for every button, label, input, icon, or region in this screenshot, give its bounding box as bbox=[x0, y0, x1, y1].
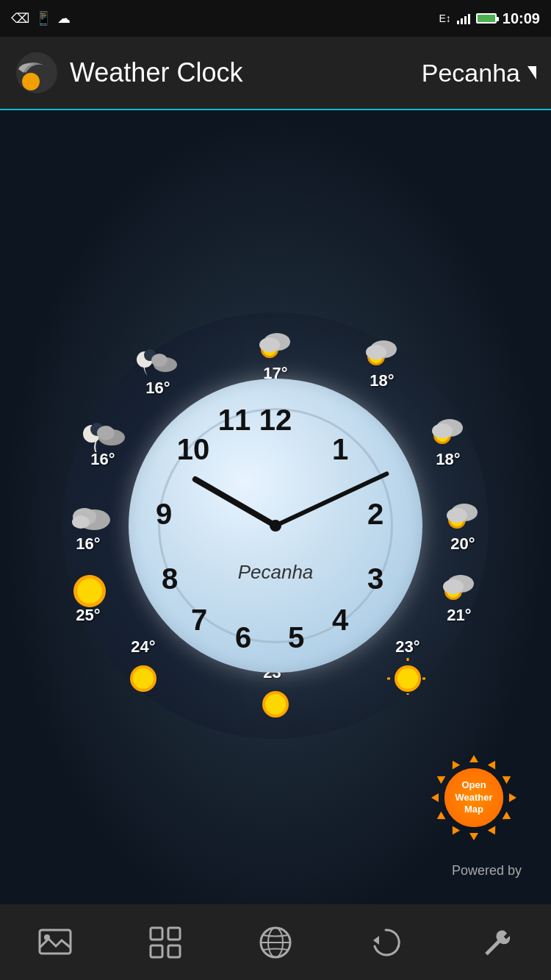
weather-icon-pc2 bbox=[360, 333, 404, 370]
temp-right-upper: 18° bbox=[436, 450, 460, 469]
weather-icon-pc bbox=[253, 326, 298, 362]
temp-right-lower: 21° bbox=[447, 606, 471, 625]
nav-refresh[interactable] bbox=[349, 917, 422, 968]
weather-item-left: 16° bbox=[66, 496, 110, 554]
svg-rect-63 bbox=[151, 945, 162, 957]
svg-marker-51 bbox=[469, 833, 478, 840]
clock-outer-ring: 17° 18° bbox=[62, 312, 489, 739]
status-right: E↕ 10:09 bbox=[439, 10, 541, 27]
nav-wallpaper[interactable] bbox=[18, 917, 92, 968]
status-bar: ⌫ 📱 ☁ E↕ 10:09 bbox=[0, 0, 551, 37]
temp-left: 16° bbox=[76, 534, 100, 554]
owm-circle[interactable]: OpenWeatherMap bbox=[444, 768, 503, 827]
battery-icon bbox=[476, 13, 497, 24]
weather-item-top-left: 16° bbox=[136, 340, 180, 398]
svg-marker-50 bbox=[488, 826, 499, 837]
app-location: Pecanha bbox=[422, 59, 520, 87]
app-bar: Weather Clock Pecanha bbox=[0, 37, 551, 110]
weather-item-bottom-left: 24° bbox=[121, 637, 165, 695]
clock-6: 6 bbox=[235, 621, 251, 654]
svg-marker-68 bbox=[373, 936, 379, 945]
weather-icon-cloudy1 bbox=[66, 496, 110, 533]
status-time: 10:09 bbox=[503, 10, 540, 27]
svg-marker-53 bbox=[435, 812, 446, 823]
owm-button[interactable]: OpenWeatherMap bbox=[426, 750, 522, 845]
clock-1: 1 bbox=[332, 433, 348, 466]
svg-marker-48 bbox=[509, 793, 516, 802]
weather-icon-sunny2 bbox=[386, 658, 430, 695]
usb-icon: ⌫ bbox=[11, 10, 29, 26]
grid-icon bbox=[147, 924, 184, 961]
powered-by: Powered by bbox=[452, 863, 522, 879]
weather-icon-sunny3 bbox=[253, 684, 298, 720]
dropdown-arrow[interactable] bbox=[527, 66, 536, 79]
clock-4: 4 bbox=[332, 604, 348, 637]
svg-rect-61 bbox=[151, 928, 162, 940]
weather-item-left-upper: 16° bbox=[81, 412, 125, 469]
svg-marker-52 bbox=[449, 826, 460, 837]
temp-left-lower: 25° bbox=[76, 606, 100, 625]
bottom-nav bbox=[0, 904, 551, 980]
globe-icon bbox=[257, 924, 294, 961]
svg-point-13 bbox=[432, 423, 453, 438]
weather-item-top-right1: 18° bbox=[360, 333, 404, 390]
phone-icon: 📱 bbox=[35, 10, 51, 26]
svg-point-36 bbox=[72, 515, 90, 529]
svg-rect-62 bbox=[168, 928, 180, 940]
weather-item-left-lower: 25° bbox=[66, 568, 110, 625]
svg-point-21 bbox=[443, 579, 464, 594]
signal-bars bbox=[457, 12, 470, 24]
weather-icon-sunny5 bbox=[66, 568, 110, 604]
weather-item-bottom-right: 23° bbox=[386, 637, 430, 695]
temp-left-upper: 16° bbox=[90, 450, 115, 469]
svg-point-40 bbox=[97, 426, 115, 440]
svg-point-33 bbox=[77, 579, 102, 604]
weather-icon-sunny1 bbox=[426, 412, 470, 448]
weather-icon-pc4 bbox=[437, 568, 481, 604]
temp-bottom-left: 24° bbox=[131, 637, 155, 657]
network-type: E↕ bbox=[439, 12, 451, 24]
nav-widgets[interactable] bbox=[129, 917, 202, 968]
clock-9: 9 bbox=[156, 498, 172, 531]
clock-3: 3 bbox=[367, 562, 383, 595]
svg-marker-47 bbox=[503, 773, 514, 784]
app-logo bbox=[15, 51, 59, 95]
svg-point-5 bbox=[259, 337, 280, 352]
temp-top-left: 16° bbox=[145, 379, 170, 398]
clock-12: 12 bbox=[259, 404, 292, 437]
clock-city-label: Pecanha bbox=[238, 561, 314, 584]
clock-8: 8 bbox=[162, 562, 178, 595]
clock-5: 5 bbox=[288, 621, 304, 654]
clock-face[interactable]: 12 1 2 3 4 5 6 7 8 9 10 11 Pecanha bbox=[129, 379, 422, 673]
nav-globe[interactable] bbox=[239, 917, 312, 968]
svg-point-1 bbox=[22, 73, 40, 90]
svg-marker-55 bbox=[435, 773, 446, 784]
svg-marker-56 bbox=[449, 759, 460, 770]
clock-11: 11 bbox=[218, 404, 251, 437]
cloud-icon: ☁ bbox=[57, 10, 71, 26]
refresh-icon bbox=[367, 924, 404, 961]
svg-point-44 bbox=[151, 354, 168, 367]
temp-bottom-right: 23° bbox=[395, 637, 419, 657]
svg-point-17 bbox=[447, 508, 467, 523]
clock-center-dot bbox=[270, 520, 281, 532]
weather-icon-pc3 bbox=[441, 496, 485, 533]
svg-point-29 bbox=[265, 694, 286, 715]
svg-marker-46 bbox=[488, 759, 499, 770]
clock-2: 2 bbox=[367, 498, 383, 531]
clock-10: 10 bbox=[177, 433, 210, 466]
weather-item-right: 20° bbox=[441, 496, 485, 554]
wrench-icon bbox=[478, 924, 514, 961]
weather-item-top: 17° bbox=[253, 326, 298, 383]
status-left: ⌫ 📱 ☁ bbox=[11, 10, 71, 26]
svg-point-31 bbox=[133, 668, 154, 689]
nav-settings[interactable] bbox=[459, 917, 533, 968]
svg-marker-49 bbox=[503, 812, 514, 823]
app-title: Weather Clock bbox=[70, 57, 422, 88]
weather-icon-sunny4 bbox=[121, 658, 165, 695]
weather-item-right-lower: 21° bbox=[437, 568, 481, 625]
svg-point-9 bbox=[366, 345, 386, 360]
svg-marker-54 bbox=[431, 793, 439, 802]
temp-top-right1: 18° bbox=[370, 371, 394, 390]
temp-right: 20° bbox=[450, 534, 475, 554]
